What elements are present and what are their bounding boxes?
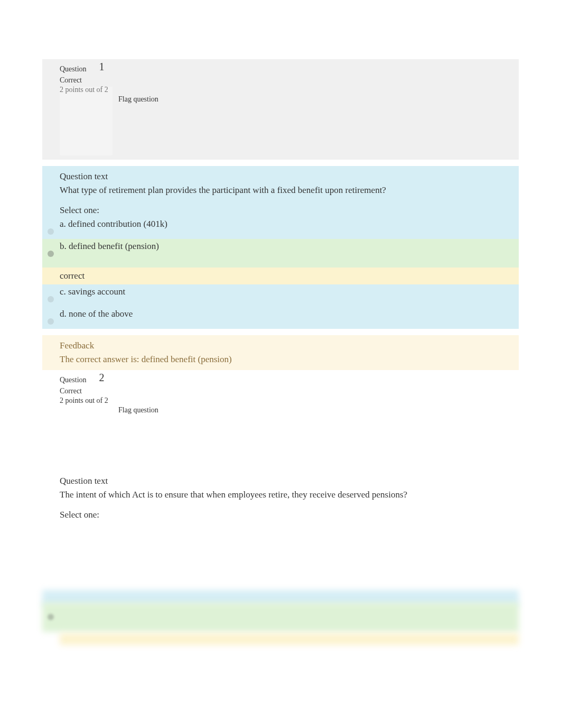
option-c[interactable]: c. savings account xyxy=(42,284,519,307)
question-status: Correct xyxy=(60,76,501,85)
question-label: Question xyxy=(60,65,87,73)
option-a[interactable]: a. defined contribution (401k) xyxy=(42,217,519,239)
radio-icon[interactable] xyxy=(48,251,54,257)
question-text: The intent of which Act is to ensure tha… xyxy=(60,490,501,500)
question-1-header: Question 1 Correct 2 points out of 2 Fla… xyxy=(42,59,519,160)
question-text: What type of retirement plan provides th… xyxy=(60,185,501,196)
option-a-label: a. defined contribution (401k) xyxy=(60,219,167,229)
select-one-label: Select one: xyxy=(42,504,519,521)
feedback-section: Feedback The correct answer is: defined … xyxy=(42,335,519,370)
flag-question-link[interactable]: Flag question xyxy=(118,406,501,414)
question-label: Question xyxy=(60,376,87,384)
question-2-header: Question 2 Correct 2 points out of 2 Fla… xyxy=(42,370,519,471)
flag-placeholder xyxy=(60,87,113,155)
flag-question-link[interactable]: Flag question xyxy=(118,95,501,104)
question-text-heading: Question text xyxy=(60,171,501,182)
question-1-block: Question 1 Correct 2 points out of 2 Fla… xyxy=(42,59,519,370)
correct-indicator: correct xyxy=(42,268,519,284)
question-1-text-section: Question text What type of retirement pl… xyxy=(42,166,519,200)
radio-icon[interactable] xyxy=(48,228,54,235)
radio-icon[interactable] xyxy=(48,318,54,325)
question-number: 1 xyxy=(99,61,105,72)
option-b[interactable]: b. defined benefit (pension) xyxy=(42,239,519,268)
option-b-label: b. defined benefit (pension) xyxy=(60,241,159,251)
question-text-heading: Question text xyxy=(60,476,501,486)
question-status: Correct xyxy=(60,387,501,395)
option-d[interactable]: d. none of the above xyxy=(42,307,519,329)
question-points: 2 points out of 2 xyxy=(60,397,501,405)
select-one-label: Select one: xyxy=(42,200,519,217)
question-2-text-section: Question text The intent of which Act is… xyxy=(42,471,519,504)
option-d-label: d. none of the above xyxy=(60,309,133,319)
question-number: 2 xyxy=(99,372,105,383)
question-2-block: Question 2 Correct 2 points out of 2 Fla… xyxy=(42,370,519,653)
question-points: 2 points out of 2 xyxy=(60,86,501,94)
feedback-text: The correct answer is: defined benefit (… xyxy=(60,354,501,365)
radio-icon xyxy=(48,614,54,620)
option-c-label: c. savings account xyxy=(60,287,125,297)
blurred-preview-area xyxy=(42,590,519,653)
feedback-heading: Feedback xyxy=(60,340,501,351)
radio-icon[interactable] xyxy=(48,296,54,302)
blurred-correct-label xyxy=(60,633,519,645)
blurred-correct-row xyxy=(42,603,519,632)
